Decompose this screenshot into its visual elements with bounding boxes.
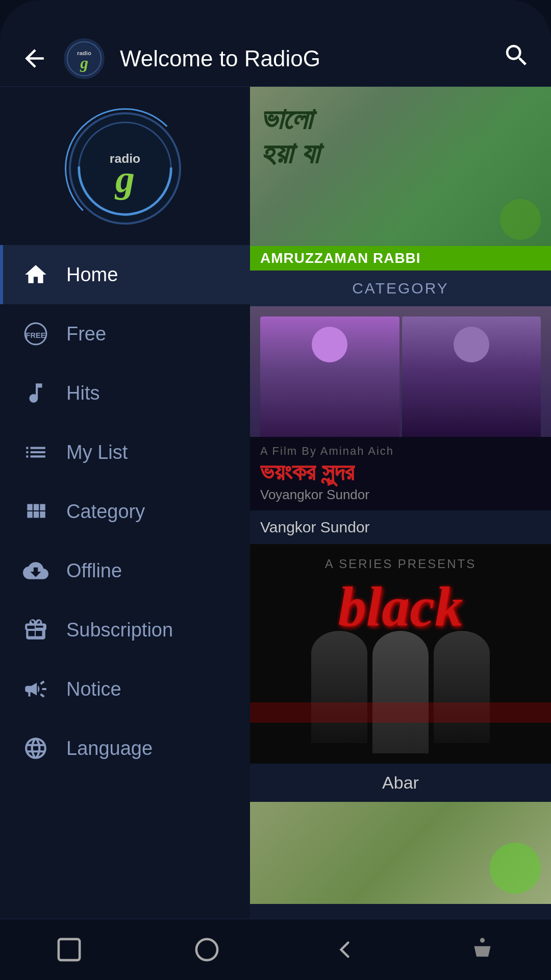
- sidebar-label-subscription: Subscription: [66, 619, 173, 641]
- svg-text:g: g: [80, 54, 88, 72]
- main-content: radio g Home FREE Fre: [0, 87, 551, 919]
- movie-display-title: Vangkor Sundor: [260, 519, 370, 535]
- system-accessibility-btn[interactable]: [462, 929, 503, 970]
- svg-point-4: [79, 122, 171, 215]
- sidebar-label-offline: Offline: [66, 560, 122, 582]
- header: radio g Welcome to RadioG: [0, 31, 551, 87]
- free-icon: FREE: [20, 318, 51, 349]
- system-nav-bar: [0, 919, 551, 980]
- card-4-image: [250, 802, 551, 904]
- sidebar-label-hits: Hits: [66, 382, 99, 404]
- series-name-bar: Abar: [250, 764, 551, 802]
- content-panel: ভালোহয়া যা AMRUZZAMAN RABBI CATEGORY: [250, 87, 551, 919]
- movie-title-bar: A Film By Aminah Aich ভয়ংকর সুন্দর Voya…: [250, 437, 551, 510]
- playlist-icon: [20, 437, 51, 468]
- series-display-name: Abar: [382, 773, 419, 792]
- sidebar-label-home: Home: [66, 264, 118, 286]
- svg-point-10: [196, 939, 217, 960]
- sidebar-item-free[interactable]: FREE Free: [0, 304, 250, 363]
- sidebar-label-language: Language: [66, 738, 153, 760]
- figure-female: [260, 316, 399, 449]
- artist-name: AMRUZZAMAN RABBI: [260, 250, 421, 266]
- sidebar-item-category[interactable]: Category: [0, 482, 250, 541]
- card-partial[interactable]: [250, 802, 551, 904]
- back-button[interactable]: [20, 44, 48, 72]
- svg-text:FREE: FREE: [26, 331, 46, 339]
- card-album[interactable]: ভালোহয়া যা AMRUZZAMAN RABBI CATEGORY: [250, 87, 551, 306]
- sidebar-item-subscription[interactable]: Subscription: [0, 600, 250, 659]
- search-button[interactable]: [503, 41, 531, 76]
- figure-male: [402, 316, 541, 449]
- sidebar-label-category: Category: [66, 501, 145, 523]
- status-bar: [0, 0, 551, 31]
- category-icon: [20, 496, 51, 527]
- sidebar-label-notice: Notice: [66, 678, 121, 700]
- series-title-logo: black: [250, 575, 551, 640]
- director-label: A Film By Aminah Aich: [260, 445, 541, 458]
- svg-point-3: [79, 122, 171, 215]
- sidebar-item-hits[interactable]: Hits: [0, 363, 250, 423]
- silhouette-2: [372, 631, 429, 753]
- sidebar-label-mylist: My List: [66, 442, 128, 463]
- decorative-circle: [500, 199, 541, 240]
- sidebar-item-home[interactable]: Home: [0, 245, 250, 304]
- system-square-btn[interactable]: [48, 929, 89, 970]
- gift-icon: [20, 615, 51, 645]
- svg-text:radio: radio: [110, 152, 140, 165]
- movie-title-bengali: ভয়ংকর সুন্দর: [260, 458, 541, 487]
- movie-title-latin: Voyangkor Sundor: [260, 487, 541, 503]
- language-icon: [20, 733, 51, 764]
- sidebar-item-mylist[interactable]: My List: [0, 423, 250, 482]
- card-2-image: A Film By Aminah Aich ভয়ংকর সুন্দর Voya…: [250, 306, 551, 510]
- category-label-bar: CATEGORY: [250, 271, 551, 306]
- header-logo: radio g: [64, 38, 105, 79]
- silhouette-1: [311, 631, 367, 743]
- svg-rect-9: [58, 939, 79, 960]
- megaphone-icon: [20, 674, 51, 704]
- system-home-btn[interactable]: [186, 929, 227, 970]
- card-movie-voyangkor[interactable]: A Film By Aminah Aich ভয়ংকর সুন্দর Voya…: [250, 306, 551, 544]
- home-icon: [20, 259, 51, 290]
- cloud-download-icon: [20, 555, 51, 586]
- sidebar: radio g Home FREE Fre: [0, 87, 250, 919]
- sidebar-label-free: Free: [66, 323, 106, 345]
- svg-text:g: g: [114, 157, 135, 200]
- card-3-image: A SERIES PRESENTS black: [250, 544, 551, 764]
- svg-point-11: [480, 938, 484, 943]
- phone-frame: radio g Welcome to RadioG radio: [0, 0, 551, 980]
- system-back-btn[interactable]: [324, 929, 365, 970]
- music-note-icon: [20, 378, 51, 408]
- sidebar-item-offline[interactable]: Offline: [0, 541, 250, 600]
- sidebar-item-language[interactable]: Language: [0, 719, 250, 778]
- card-1-image: ভালোহয়া যা AMRUZZAMAN RABBI: [250, 87, 551, 271]
- logo-circle: radio g: [69, 112, 181, 225]
- app-title: Welcome to RadioG: [120, 46, 487, 71]
- card-series-black[interactable]: A SERIES PRESENTS black Abar: [250, 544, 551, 802]
- category-label: CATEGORY: [352, 280, 449, 297]
- sidebar-logo: radio g: [0, 97, 250, 245]
- sidebar-item-notice[interactable]: Notice: [0, 659, 250, 719]
- artist-bar: AMRUZZAMAN RABBI: [250, 246, 551, 271]
- series-tagline: A SERIES PRESENTS: [250, 557, 551, 571]
- card-1-bengali-text: ভালোহয়া যা: [260, 102, 541, 170]
- silhouette-3: [434, 631, 490, 743]
